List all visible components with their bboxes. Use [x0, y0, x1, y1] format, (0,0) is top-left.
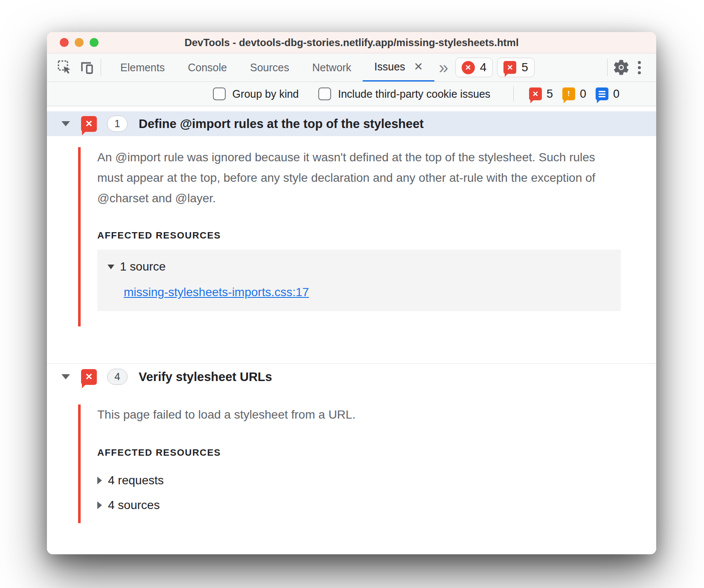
close-window-button[interactable]: [60, 38, 69, 47]
device-toolbar-icon[interactable]: [78, 58, 96, 77]
chevron-expanded-icon: [61, 374, 70, 379]
issues-filter-bar: Group by kind Include third-party cookie…: [47, 82, 656, 106]
issue-body: An @import rule was ignored because it w…: [47, 147, 656, 326]
screenshot-stage: DevTools - devtools-dbg-stories.netlify.…: [0, 0, 704, 588]
gear-icon: [612, 58, 630, 76]
issue-item-verify-stylesheets: ✕ 4 Verify stylesheet URLs This page fai…: [47, 363, 656, 523]
chevron-collapsed-icon: [97, 501, 102, 509]
toolbar-divider: [101, 59, 101, 76]
issue-count-badge: 4: [107, 369, 128, 385]
affected-resources-box: 1 source missing-stylesheets-imports.css…: [97, 250, 621, 311]
issue-counters: ✕ 5 ! 0 0: [513, 82, 620, 106]
window-title: DevTools - devtools-dbg-stories.netlify.…: [184, 37, 518, 49]
issue-item-import-rules: ✕ 1 Define @import rules at the top of t…: [47, 111, 656, 326]
tab-console[interactable]: Console: [176, 53, 239, 82]
group-by-kind-checkbox[interactable]: [213, 87, 226, 100]
issue-header[interactable]: ✕ 4 Verify stylesheet URLs: [47, 364, 656, 389]
more-options-button[interactable]: [631, 61, 648, 74]
improvements-icon: [596, 87, 608, 100]
issue-count-badge: 1: [107, 116, 128, 132]
affected-resources-label: AFFECTED RESOURCES: [97, 230, 656, 241]
inspect-element-icon[interactable]: [55, 58, 74, 77]
main-toolbar: Elements Console Sources Network Issues …: [47, 53, 656, 82]
page-errors-icon: ✕: [529, 87, 542, 100]
toolbar-left-icons: [55, 53, 96, 82]
error-count-badge[interactable]: ✕ 4: [455, 58, 493, 77]
issue-kind-icon: ✕: [81, 116, 97, 132]
zoom-window-button[interactable]: [90, 38, 99, 47]
issue-description: An @import rule was ignored because it w…: [97, 147, 605, 209]
sources-group-toggle[interactable]: 4 sources: [97, 498, 656, 512]
issues-panel: ✕ 1 Define @import rules at the top of t…: [47, 106, 656, 554]
devtools-window: DevTools - devtools-dbg-stories.netlify.…: [47, 32, 656, 554]
page-errors-counter: ✕ 5: [529, 87, 553, 101]
group-by-kind-option[interactable]: Group by kind: [213, 87, 299, 100]
breaking-changes-icon: !: [562, 87, 575, 100]
tab-sources[interactable]: Sources: [239, 53, 301, 82]
error-circle-icon: ✕: [462, 61, 475, 74]
sources-group-toggle[interactable]: 1 source: [108, 260, 611, 274]
issues-count-badge[interactable]: ✕ 5: [497, 58, 535, 77]
close-tab-icon[interactable]: ✕: [414, 60, 423, 73]
issue-description: This page failed to load a stylesheet fr…: [97, 405, 605, 425]
issue-bubble-icon: ✕: [503, 61, 516, 74]
issue-title: Define @import rules at the top of the s…: [139, 117, 424, 131]
chevron-expanded-icon: [108, 265, 114, 269]
error-count-value: 4: [480, 61, 487, 74]
affected-resources-list: 4 requests 4 sources: [97, 474, 656, 512]
panel-tabs: Elements Console Sources Network Issues …: [109, 53, 434, 82]
resource-link[interactable]: missing-stylesheets-imports.css:17: [124, 285, 309, 299]
settings-button[interactable]: [612, 58, 631, 77]
chevron-expanded-icon: [61, 121, 70, 126]
third-party-cookie-checkbox[interactable]: [318, 87, 331, 100]
tab-network[interactable]: Network: [301, 53, 363, 82]
tab-issues[interactable]: Issues ✕: [363, 53, 434, 82]
minimize-window-button[interactable]: [75, 38, 84, 47]
improvements-counter: 0: [596, 87, 620, 101]
tab-elements[interactable]: Elements: [109, 53, 176, 82]
chevron-collapsed-icon: [97, 477, 102, 484]
traffic-lights: [60, 32, 99, 53]
requests-group-toggle[interactable]: 4 requests: [97, 474, 656, 487]
third-party-cookie-option[interactable]: Include third-party cookie issues: [318, 87, 490, 100]
toolbar-divider-right: [607, 59, 608, 76]
issue-header[interactable]: ✕ 1 Define @import rules at the top of t…: [47, 111, 656, 136]
affected-resources-label: AFFECTED RESOURCES: [97, 447, 656, 458]
toolbar-spacer: [535, 53, 603, 82]
issues-count-value: 5: [521, 61, 528, 74]
titlebar: DevTools - devtools-dbg-stories.netlify.…: [47, 32, 656, 53]
breaking-changes-counter: ! 0: [562, 87, 586, 101]
counters-divider: [513, 86, 514, 102]
issue-body: This page failed to load a stylesheet fr…: [47, 405, 656, 523]
issue-kind-icon: ✕: [81, 369, 97, 385]
issue-title: Verify stylesheet URLs: [139, 370, 272, 384]
more-tabs-icon[interactable]: »: [434, 53, 451, 82]
